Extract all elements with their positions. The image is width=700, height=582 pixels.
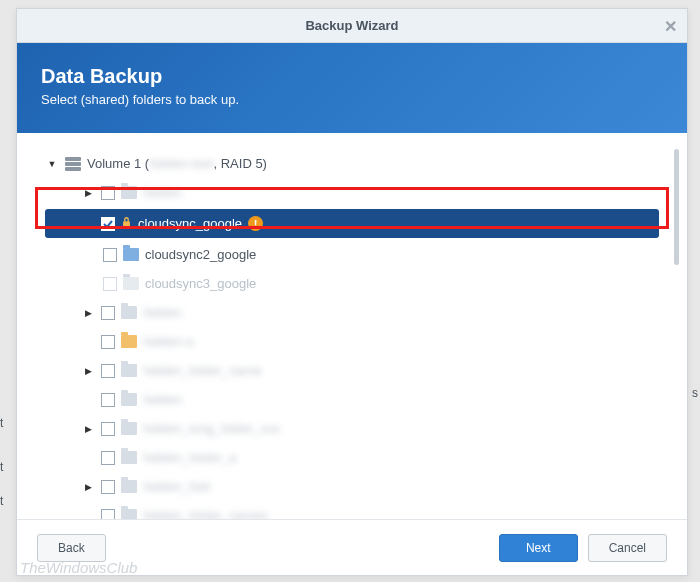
- chevron-down-icon[interactable]: ▼: [45, 159, 59, 169]
- tree-node[interactable]: ▶ hidden_folder_name: [45, 356, 659, 385]
- content-area: ▼ Volume 1 (hidden-text, RAID 5) ▶ hidde…: [17, 133, 687, 519]
- checkbox[interactable]: [101, 306, 115, 320]
- folder-icon: [121, 451, 137, 464]
- checkbox-checked[interactable]: [101, 217, 115, 231]
- folder-icon: [121, 335, 137, 348]
- blurred-label: hidden: [143, 305, 182, 320]
- bg-text: t: [0, 416, 3, 430]
- checkbox[interactable]: [101, 186, 115, 200]
- window-title: Backup Wizard: [305, 18, 398, 33]
- tree-node[interactable]: hidden: [45, 385, 659, 414]
- chevron-right-icon[interactable]: ▶: [81, 308, 95, 318]
- folder-icon: [121, 509, 137, 519]
- tree-node[interactable]: ▶ hidden_long_folder_xxx: [45, 414, 659, 443]
- tree-node[interactable]: hidden_folder_a: [45, 443, 659, 472]
- blurred-label: hidden_folder_a: [143, 450, 236, 465]
- checkbox[interactable]: [103, 248, 117, 262]
- warning-icon: !: [248, 216, 263, 231]
- lock-icon: [121, 216, 132, 231]
- blurred-label: hidden_fold: [143, 479, 210, 494]
- tree-node[interactable]: ▶ hidden_fold: [45, 472, 659, 501]
- blurred-text: hidden-text: [149, 156, 213, 171]
- tree-item-label: cloudsync3_google: [145, 276, 256, 291]
- back-button[interactable]: Back: [37, 534, 106, 562]
- blurred-label: hidden: [143, 392, 182, 407]
- folder-icon: [121, 422, 137, 435]
- volume-suffix: , RAID 5): [213, 156, 266, 171]
- bg-text: t: [0, 494, 3, 508]
- bg-text: s: [692, 386, 698, 400]
- folder-icon: [121, 364, 137, 377]
- blurred-label: hidden_long_folder_xxx: [143, 421, 280, 436]
- tree-item-label: cloudsync2_google: [145, 247, 256, 262]
- checkbox[interactable]: [101, 451, 115, 465]
- chevron-right-icon[interactable]: ▶: [81, 366, 95, 376]
- folder-icon: [121, 480, 137, 493]
- svg-rect-0: [123, 221, 130, 227]
- blurred-label: hidden-a: [143, 334, 194, 349]
- folder-icon: [121, 393, 137, 406]
- blurred-label: hidden_folder_namex: [143, 508, 268, 519]
- blurred-label: hidden_folder_name: [143, 363, 262, 378]
- chevron-right-icon[interactable]: ▶: [81, 424, 95, 434]
- volume-label: Volume 1 (hidden-text, RAID 5): [87, 156, 267, 171]
- checkbox[interactable]: [101, 422, 115, 436]
- tree-node[interactable]: ▶ hidden: [45, 298, 659, 327]
- footer-right-group: Next Cancel: [499, 534, 667, 562]
- tree-node-selected[interactable]: cloudsync_google !: [45, 209, 659, 238]
- cancel-button[interactable]: Cancel: [588, 534, 667, 562]
- dialog-header: Data Backup Select (shared) folders to b…: [17, 43, 687, 133]
- next-button[interactable]: Next: [499, 534, 578, 562]
- checkbox[interactable]: [101, 480, 115, 494]
- tree-item-label: cloudsync_google: [138, 216, 242, 231]
- titlebar: Backup Wizard ✕: [17, 9, 687, 43]
- chevron-right-icon[interactable]: ▶: [81, 188, 95, 198]
- folder-icon: [121, 186, 137, 199]
- checkbox[interactable]: [101, 364, 115, 378]
- folder-icon: [123, 248, 139, 261]
- tree-node-volume[interactable]: ▼ Volume 1 (hidden-text, RAID 5): [45, 149, 659, 178]
- checkbox-disabled: [103, 277, 117, 291]
- page-title: Data Backup: [41, 65, 663, 88]
- tree-node[interactable]: hidden_folder_namex: [45, 501, 659, 519]
- tree-node-disabled: cloudsync3_google: [45, 269, 659, 298]
- checkbox[interactable]: [101, 335, 115, 349]
- dialog-footer: Back Next Cancel: [17, 519, 687, 575]
- folder-icon: [123, 277, 139, 290]
- bg-text: t: [0, 460, 3, 474]
- tree-node[interactable]: ▶ hidden: [45, 178, 659, 207]
- disk-icon: [65, 157, 81, 171]
- blurred-label: hidden: [143, 185, 182, 200]
- tree-node[interactable]: cloudsync2_google: [45, 240, 659, 269]
- page-subtitle: Select (shared) folders to back up.: [41, 92, 663, 107]
- folder-tree: ▼ Volume 1 (hidden-text, RAID 5) ▶ hidde…: [45, 149, 659, 519]
- backup-wizard-dialog: Backup Wizard ✕ Data Backup Select (shar…: [16, 8, 688, 576]
- chevron-right-icon[interactable]: ▶: [81, 482, 95, 492]
- scrollbar[interactable]: [674, 149, 679, 265]
- tree-node[interactable]: hidden-a: [45, 327, 659, 356]
- checkbox[interactable]: [101, 509, 115, 520]
- checkbox[interactable]: [101, 393, 115, 407]
- close-icon[interactable]: ✕: [664, 17, 677, 36]
- folder-icon: [121, 306, 137, 319]
- volume-prefix: Volume 1 (: [87, 156, 149, 171]
